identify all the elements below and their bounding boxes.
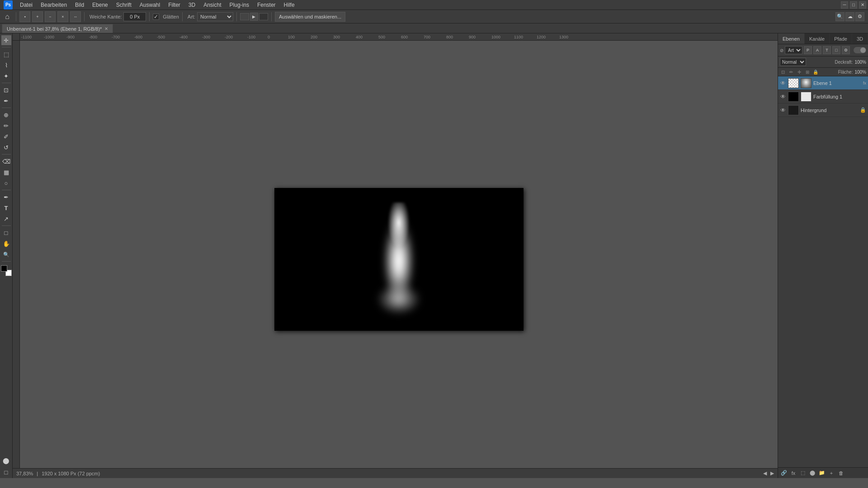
document-size: 868 x 488 Px (72 ppcm) (42, 471, 100, 476)
link-layers-icon[interactable]: 🔗 (780, 469, 788, 477)
tab-pfade[interactable]: Pfade (830, 33, 852, 44)
ruler-top: -1100 -1000 -900 -800 -700 -600 -500 -40… (20, 33, 778, 41)
menu-fenster[interactable]: Fenster (254, 1, 279, 9)
zoom-tool[interactable]: 🔍 (1, 249, 11, 259)
layer-thumb-farbfuellung-preview (801, 92, 811, 102)
lasso-tool[interactable]: ⌇ (1, 60, 11, 70)
quick-mask-tool[interactable]: ⬤ (1, 455, 11, 465)
menu-ansicht[interactable]: Ansicht (200, 1, 225, 9)
move-tool[interactable]: ✛ (1, 35, 11, 45)
text-tool[interactable]: T (1, 203, 11, 213)
filter-icon: ⊘ (780, 48, 783, 53)
filter-pixel-icon[interactable]: P (804, 46, 812, 54)
lock-artboard-icon[interactable]: ⊞ (804, 69, 811, 75)
toolbar-new-select[interactable]: ▪ (19, 11, 30, 22)
cloud-icon[interactable]: ☁ (845, 12, 854, 21)
toolbar-sub-select[interactable]: − (45, 11, 56, 22)
new-layer-icon[interactable]: + (827, 469, 835, 477)
filter-shape-icon[interactable]: □ (832, 46, 840, 54)
menu-schrift[interactable]: Schrift (113, 1, 135, 9)
menu-bild[interactable]: Bild (71, 1, 88, 9)
layer-item-hintergrund[interactable]: 👁 Hintergrund 🔒 (778, 103, 868, 117)
filter-smart-icon[interactable]: ⚙ (842, 46, 850, 54)
clone-tool[interactable]: ✐ (1, 131, 11, 141)
glatten-checkbox[interactable]: ✓ (153, 14, 159, 20)
toolbar-home[interactable]: ⌂ (2, 11, 13, 22)
lock-all-icon[interactable]: 🔒 (812, 69, 819, 75)
new-group-icon[interactable]: 📁 (818, 469, 826, 477)
close-button[interactable]: ✕ (859, 1, 866, 9)
layer-thumb-ebene1-mask (801, 78, 811, 88)
menu-ebene[interactable]: Ebene (89, 1, 112, 9)
lock-pixels-icon[interactable]: ✏ (788, 69, 794, 75)
toolbar-transform[interactable]: ↔ (70, 11, 81, 22)
crop-tool[interactable]: ⊡ (1, 85, 11, 95)
search-icon[interactable]: 🔍 (835, 12, 844, 21)
document-tab[interactable]: Unbenannt-1 bei 37,8% (Ebene 1, RGB/8)* … (2, 24, 113, 33)
brush-tool[interactable]: ✏ (1, 121, 11, 131)
tool-sep-4 (2, 154, 11, 155)
canvas-light-top (381, 202, 417, 270)
menu-bearbeiten[interactable]: Bearbeiten (37, 1, 71, 9)
hand-tool[interactable]: ✋ (1, 239, 11, 249)
tab-close-icon[interactable]: ✕ (104, 26, 108, 31)
layer-visibility-ebene1[interactable]: 👁 (780, 80, 786, 86)
settings-icon[interactable]: ⚙ (855, 12, 864, 21)
weiche-kante-label: Weiche Kante: (90, 14, 122, 19)
layer-style-icon[interactable]: fx (789, 469, 797, 477)
history-brush-tool[interactable]: ↺ (1, 142, 11, 152)
status-right-icon[interactable]: ▶ (770, 470, 774, 476)
filter-adjust-icon[interactable]: A (813, 46, 821, 54)
weiche-kante-input[interactable] (123, 12, 146, 21)
add-mask-icon[interactable]: ⬚ (799, 469, 807, 477)
layer-name-hintergrund: Hintergrund (801, 108, 858, 113)
shape-tool[interactable]: □ (1, 228, 11, 238)
filter-toggle[interactable] (854, 47, 866, 53)
marquee-tool[interactable]: ⬚ (1, 49, 11, 59)
screen-mode-tool[interactable]: □ (1, 467, 11, 477)
auswaehlen-maskieren-button[interactable]: Auswählen und maskieren... (275, 12, 345, 22)
delete-layer-icon[interactable]: 🗑 (837, 469, 845, 477)
tab-ebenen[interactable]: Ebenen (778, 33, 805, 44)
path-select-tool[interactable]: ↗ (1, 214, 11, 224)
menu-filter[interactable]: Filter (165, 1, 184, 9)
minimize-button[interactable]: ─ (841, 1, 848, 9)
menu-auswahl[interactable]: Auswahl (136, 1, 164, 9)
healing-tool[interactable]: ⊕ (1, 110, 11, 120)
menu-hilfe[interactable]: Hilfe (280, 1, 298, 9)
art-select[interactable]: Normal (197, 12, 233, 21)
tab-kanaele[interactable]: Kanäle (805, 33, 830, 44)
gradient-tool[interactable]: ▦ (1, 167, 11, 177)
layer-filter-select[interactable]: Art (785, 46, 802, 54)
quick-select-tool[interactable]: ✦ (1, 71, 11, 81)
lock-transparent-icon[interactable]: ⊡ (780, 69, 786, 75)
status-bar: 37,83% | 868 x 488 Px (72 ppcm) ◀ ▶ (13, 468, 778, 478)
toolbar-sep-5 (236, 12, 237, 21)
panel-tabs: Ebenen Kanäle Pfade 3D ≡ (778, 33, 868, 44)
fill-label: Fläche: (838, 70, 853, 75)
blend-mode-select[interactable]: Normal (780, 58, 806, 66)
toolbar-intersect-select[interactable]: × (57, 11, 68, 22)
eyedropper-tool[interactable]: ✒ (1, 96, 11, 106)
menu-datei[interactable]: Datei (16, 1, 36, 9)
filter-text-icon[interactable]: T (823, 46, 831, 54)
new-adjustment-icon[interactable]: ⬤ (808, 469, 816, 477)
lock-position-icon[interactable]: ✛ (796, 69, 802, 75)
foreground-color-swatch[interactable] (1, 265, 7, 272)
eraser-tool[interactable]: ⌫ (1, 156, 11, 166)
tab-3d[interactable]: 3D (852, 33, 868, 44)
toolbar-add-select[interactable]: + (32, 11, 43, 22)
blur-tool[interactable]: ○ (1, 178, 11, 188)
color-picker-icon[interactable]: ▶ (250, 13, 258, 21)
layer-visibility-hintergrund[interactable]: 👁 (780, 107, 786, 113)
pen-tool[interactable]: ✒ (1, 192, 11, 202)
maximize-button[interactable]: □ (850, 1, 857, 9)
layer-visibility-farbfuellung[interactable]: 👁 (780, 94, 786, 100)
layer-item-ebene1[interactable]: 👁 Ebene 1 fx (778, 76, 868, 90)
layer-item-farbfuellung[interactable]: 👁 Farbfüllung 1 (778, 90, 868, 103)
tab-bar: Unbenannt-1 bei 37,8% (Ebene 1, RGB/8)* … (0, 23, 868, 33)
status-left-icon[interactable]: ◀ (763, 470, 767, 476)
menu-plugins[interactable]: Plug-ins (226, 1, 253, 9)
toolbar-sep-1 (16, 12, 16, 21)
menu-3d[interactable]: 3D (185, 1, 199, 9)
